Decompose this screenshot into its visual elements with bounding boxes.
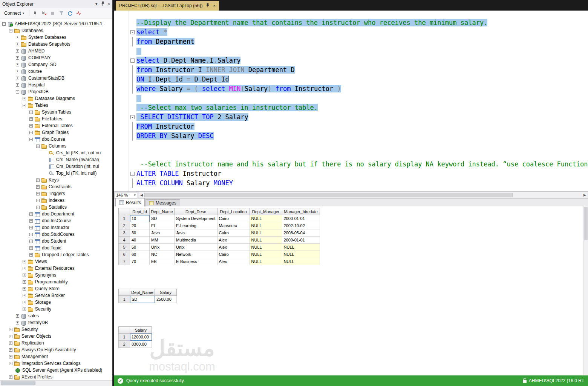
grid-cell[interactable]: 2500.00 [155,296,177,303]
expand-icon[interactable]: + [29,233,33,236]
grid-corner[interactable] [119,208,130,215]
collapse-icon[interactable]: − [23,104,26,107]
expand-icon[interactable]: + [29,226,33,229]
expand-icon[interactable]: + [16,83,19,87]
grid-cell[interactable]: Java [175,229,217,237]
tree-item[interactable]: +dbo.StudCoures [0,231,112,238]
tree-item[interactable]: +dbo.Department [0,211,112,217]
grid-cell[interactable]: Alex [217,244,250,251]
collapse-icon[interactable]: − [29,138,33,141]
tree-item[interactable]: +Graph Tables [0,129,112,136]
code-line[interactable]: from Instructor I INNER JOIN Department … [114,65,588,75]
code-line[interactable]: -ALTER TABLE Instructor [114,169,588,178]
grid-cell[interactable]: NULL [282,258,320,265]
code-line[interactable]: ON I.Dept_Id = D.Dept_Id [114,75,588,84]
expand-icon[interactable]: + [36,206,40,209]
expand-icon[interactable]: + [16,77,19,80]
tree-item[interactable]: Crs_Duration (int, nul [0,163,112,170]
grid-cell[interactable]: EB [150,258,175,265]
tree-item[interactable]: +Views [0,258,112,265]
grid-cell[interactable]: System Development [175,215,217,222]
scrollbar-thumb[interactable] [144,193,513,197]
tree-item[interactable]: +Always On High Availability [0,346,112,353]
tree-item[interactable]: −AHMED\SQL2022 (SQL Server 16.0.1165.1 - [0,20,112,27]
grid-cell[interactable]: NULL [250,244,282,251]
grid-cell[interactable]: Unix [175,244,217,251]
tree-item[interactable]: +Management [0,353,112,360]
grid-column-header[interactable]: Salary [130,327,152,334]
tree-item[interactable]: +Triggers [0,190,112,197]
expand-icon[interactable]: + [16,36,19,39]
grid-row-header[interactable]: 5 [119,244,130,251]
expand-icon[interactable]: + [16,70,19,73]
grid-corner[interactable] [119,289,130,296]
fold-collapse-icon[interactable]: - [130,172,135,176]
tree-item[interactable]: +course [0,68,112,75]
grid-cell[interactable]: Mansoura [217,222,250,229]
tree-item[interactable]: +Server Objects [0,333,112,340]
tree-item[interactable]: +dbo.Student [0,238,112,245]
expand-icon[interactable]: + [29,117,33,121]
grid-cell[interactable]: EL [150,222,175,229]
tab-pin-icon[interactable] [206,3,210,8]
tree-item[interactable]: +External Tables [0,122,112,129]
expand-icon[interactable]: + [36,192,40,195]
grid-cell[interactable]: 30 [130,229,150,237]
code-line[interactable] [114,150,588,160]
tree-item[interactable]: +System Tables [0,109,112,115]
expand-icon[interactable]: + [29,124,33,128]
expand-icon[interactable]: + [9,355,12,358]
grid-cell[interactable]: 8300.00 [130,341,152,348]
expand-icon[interactable]: + [9,375,12,379]
tree-item[interactable]: +External Resources [0,265,112,272]
grid-cell[interactable]: E-Business [175,258,217,265]
expand-icon[interactable]: + [36,199,40,202]
grid-column-header[interactable]: Dept_Manager [250,208,282,215]
document-tab[interactable]: PROJECT(DB).sql -...D\Soft LapTop (56)) … [116,1,219,11]
expand-icon[interactable]: + [23,294,26,297]
tree-item[interactable]: +System Databases [0,34,112,41]
code-line[interactable]: where Salary = ( select MIN(Salary) from… [114,84,588,94]
grid-cell[interactable]: 50 [130,244,150,251]
expand-icon[interactable]: + [23,308,26,311]
expand-icon[interactable]: + [9,348,12,352]
grid-cell[interactable]: 70 [130,258,150,265]
expand-icon[interactable]: + [29,246,33,250]
tree-item[interactable]: +Service Broker [0,292,112,299]
tree-item[interactable]: −ProjectDB [0,88,112,95]
tree-item[interactable]: +Keys [0,177,112,183]
code-line[interactable]: from Department [114,37,588,46]
tree-item[interactable]: +Hospital [0,82,112,88]
tree-item[interactable]: +Query Store [0,285,112,292]
expand-icon[interactable]: + [16,63,19,66]
fold-collapse-icon[interactable]: - [130,30,135,34]
tree-item[interactable]: Crs_Id (PK, int, not nu [0,149,112,156]
expand-icon[interactable]: + [23,280,26,284]
grid-cell[interactable]: Cairo [217,229,250,237]
grid-row-header[interactable]: 1 [119,334,130,341]
expand-icon[interactable]: + [23,287,26,291]
results-vscrollbar[interactable] [583,206,588,375]
tree-item[interactable]: +AHMED [0,48,112,54]
expand-icon[interactable]: + [36,178,40,182]
connect-object-explorer-icon[interactable] [32,10,39,17]
tab-results[interactable]: Results [115,198,145,206]
grid-cell[interactable]: NULL [250,251,282,258]
tree-item[interactable]: +dbo.Instructor [0,224,112,231]
code-line[interactable]: FROM Instructor [114,122,588,131]
grid-cell[interactable]: 12000.00 [130,334,152,341]
grid-row-header[interactable]: 7 [119,258,130,265]
grid-cell[interactable]: Cairo [217,251,250,258]
tab-close-icon[interactable]: × [213,4,215,8]
tree-item[interactable]: +Indexes [0,197,112,204]
grid-cell[interactable]: SD [150,215,175,222]
tree-item[interactable]: +Statistics [0,204,112,211]
collapse-icon[interactable]: − [16,90,19,94]
grid-cell[interactable]: Java [150,229,175,237]
code-line[interactable] [114,188,588,191]
tree-item[interactable]: +CustomerStatsDB [0,75,112,82]
grid-row-header[interactable]: 1 [119,296,130,303]
grid-cell[interactable]: E-Learning [175,222,217,229]
grid-row-header[interactable]: 1 [119,215,130,222]
grid-column-header[interactable]: Dept_Id [130,208,150,215]
